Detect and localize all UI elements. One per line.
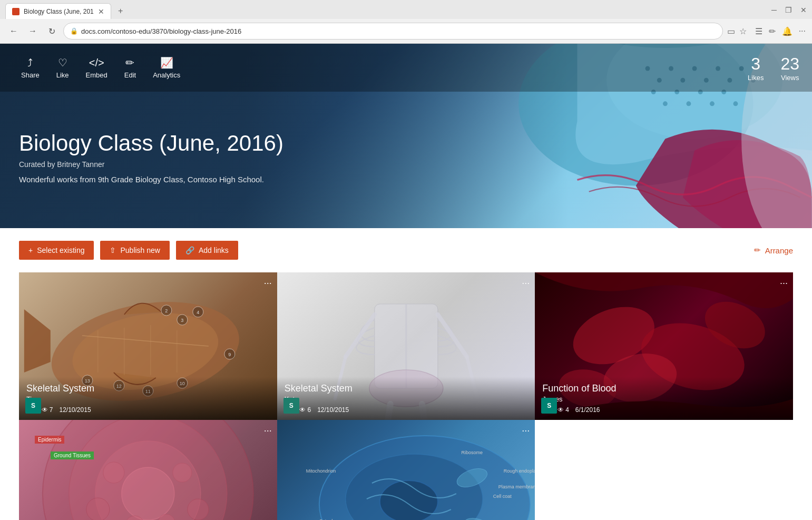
svg-point-64 bbox=[86, 498, 110, 520]
annotate-icon[interactable]: ✏ bbox=[769, 26, 776, 36]
curator-text: Curated by Britney Tanner bbox=[19, 160, 793, 169]
card-title-3: Function of Blood bbox=[542, 383, 786, 394]
card-overlay-1: Skeletal System Tim ♥ 2 👁 7 12/10/2015 bbox=[19, 377, 277, 420]
embed-tool[interactable]: </> Embed bbox=[77, 53, 116, 83]
collection-description: Wonderful works from 9th Grade Biology C… bbox=[19, 175, 793, 184]
new-tab-button[interactable]: + bbox=[113, 4, 128, 18]
card-badge-1: S bbox=[25, 398, 41, 414]
svg-point-65 bbox=[188, 499, 209, 520]
svg-text:Plasma membran: Plasma membran bbox=[498, 484, 535, 489]
content-grid: 2 3 4 9 10 11 12 13 ··· Skeletal System … bbox=[0, 272, 812, 520]
card-title-2: Skeletal System bbox=[285, 383, 528, 394]
hero-toolbar: ⤴ Share ♡ Like </> Embed ✏ Edit 📈 Analyt… bbox=[0, 44, 812, 92]
address-bar[interactable]: 🔒 docs.com/contoso-edu/3870/biology-clas… bbox=[63, 23, 723, 40]
window-controls: ─ ❐ ✕ bbox=[771, 6, 807, 16]
title-bar: Biology Class (June, 201 ✕ + ─ ❐ ✕ bbox=[0, 0, 812, 19]
card-author-3: James bbox=[542, 395, 786, 403]
edit-icon: ✏ bbox=[125, 56, 134, 69]
card-skeletal-system-tim[interactable]: 2 3 4 9 10 11 12 13 ··· Skeletal System … bbox=[19, 272, 277, 420]
share-icon[interactable]: 🔔 bbox=[782, 26, 793, 36]
back-button[interactable]: ← bbox=[6, 24, 21, 38]
edit-tool[interactable]: ✏ Edit bbox=[116, 52, 144, 83]
card-function-of-blood[interactable]: ··· Function of Blood James ♥ 2 👁 4 6/1/… bbox=[535, 272, 793, 420]
card-menu-5[interactable]: ··· bbox=[522, 425, 530, 436]
like-label: Like bbox=[56, 71, 69, 79]
edit-label: Edit bbox=[124, 71, 136, 79]
browser-chrome: Biology Class (June, 201 ✕ + ─ ❐ ✕ ← → ↻… bbox=[0, 0, 812, 44]
views-label: Views bbox=[781, 74, 799, 82]
nav-bar: ← → ↻ 🔒 docs.com/contoso-edu/3870/biolog… bbox=[0, 19, 812, 43]
arrange-button[interactable]: ✏ Arrange bbox=[754, 246, 793, 255]
browser-tab[interactable]: Biology Class (June, 201 ✕ bbox=[5, 3, 111, 19]
card-views-1: 👁 7 bbox=[42, 406, 53, 414]
card-menu-3[interactable]: ··· bbox=[780, 278, 788, 289]
share-tool[interactable]: ⤴ Share bbox=[13, 53, 48, 83]
svg-text:2: 2 bbox=[165, 308, 168, 313]
analytics-icon: 📈 bbox=[160, 56, 173, 69]
card-menu-4[interactable]: ··· bbox=[264, 425, 272, 436]
card-vascular-tissues[interactable]: Epidermis Ground Tissues ··· Vascular Ti… bbox=[19, 420, 277, 520]
lock-icon: 🔒 bbox=[70, 27, 78, 35]
tab-favicon bbox=[12, 8, 19, 15]
hub-icon[interactable]: ☰ bbox=[755, 26, 762, 36]
card-skeletal-system-kate[interactable]: ··· Skeletal System Kate ♥ 2 👁 6 12/10/2… bbox=[277, 272, 535, 420]
card-author-2: Kate bbox=[285, 395, 528, 403]
minimize-button[interactable]: ─ bbox=[771, 6, 777, 14]
svg-text:Cell coat: Cell coat bbox=[493, 494, 512, 499]
hero-banner: ⤴ Share ♡ Like </> Embed ✏ Edit 📈 Analyt… bbox=[0, 44, 812, 228]
action-bar: + Select existing ⇧ Publish new 🔗 Add li… bbox=[0, 228, 812, 272]
svg-line-49 bbox=[437, 315, 466, 357]
analytics-label: Analytics bbox=[153, 71, 180, 79]
publish-new-label: Publish new bbox=[120, 246, 160, 254]
card-menu-2[interactable]: ··· bbox=[522, 278, 530, 289]
svg-point-62 bbox=[103, 462, 124, 483]
embed-label: Embed bbox=[86, 71, 107, 79]
svg-text:Mitochondrion: Mitochondrion bbox=[306, 468, 336, 474]
svg-point-63 bbox=[173, 463, 192, 482]
plus-icon: + bbox=[28, 246, 33, 254]
page-content: ⤴ Share ♡ Like </> Embed ✏ Edit 📈 Analyt… bbox=[0, 44, 812, 520]
views-count: 23 bbox=[780, 54, 799, 74]
maximize-button[interactable]: ❐ bbox=[785, 6, 792, 14]
like-tool[interactable]: ♡ Like bbox=[48, 52, 77, 83]
card-meta-3: ♥ 2 👁 4 6/1/2016 bbox=[542, 406, 786, 414]
svg-line-47 bbox=[345, 315, 374, 357]
share-label: Share bbox=[21, 71, 40, 79]
likes-stat: 3 Likes bbox=[748, 54, 764, 82]
publish-new-button[interactable]: ⇧ Publish new bbox=[100, 241, 170, 260]
card-meta-1: ♥ 2 👁 7 12/10/2015 bbox=[26, 406, 270, 414]
views-stat: 23 Views bbox=[780, 54, 799, 82]
reader-mode-icon[interactable]: ▭ bbox=[727, 26, 735, 36]
forward-button[interactable]: → bbox=[25, 24, 40, 38]
svg-point-61 bbox=[122, 467, 174, 520]
embed-icon: </> bbox=[89, 57, 104, 69]
arrange-icon: ✏ bbox=[754, 246, 761, 255]
card-meta-2: ♥ 2 👁 6 12/10/2015 bbox=[285, 406, 528, 414]
tab-close-button[interactable]: ✕ bbox=[98, 7, 104, 16]
add-links-label: Add links bbox=[199, 246, 229, 254]
collection-title: Biology Class (June, 2016) bbox=[19, 131, 793, 156]
close-button[interactable]: ✕ bbox=[800, 6, 807, 14]
card-views-2: 👁 6 bbox=[299, 406, 311, 414]
more-icon[interactable]: ··· bbox=[799, 26, 806, 36]
card-views-3: 👁 4 bbox=[557, 406, 569, 414]
card-overlay-2: Skeletal System Kate ♥ 2 👁 6 12/10/2015 bbox=[277, 377, 535, 420]
select-existing-button[interactable]: + Select existing bbox=[19, 241, 94, 260]
svg-text:Ribosome: Ribosome bbox=[461, 450, 483, 455]
card-menu-1[interactable]: ··· bbox=[264, 278, 272, 289]
svg-text:4: 4 bbox=[197, 310, 199, 315]
card-date-2: 12/10/2015 bbox=[317, 406, 349, 414]
favorites-icon[interactable]: ☆ bbox=[739, 26, 747, 36]
refresh-button[interactable]: ↻ bbox=[44, 24, 59, 38]
card-title-1: Skeletal System bbox=[26, 383, 270, 394]
hero-content: Biology Class (June, 2016) Curated by Br… bbox=[0, 118, 812, 197]
card-date-1: 12/10/2015 bbox=[60, 406, 91, 414]
hero-stats: 3 Likes 23 Views bbox=[748, 54, 799, 82]
svg-text:Rough endoplasmic re: Rough endoplasmic re bbox=[503, 468, 535, 474]
like-icon: ♡ bbox=[58, 56, 67, 69]
card-cell-and-tissue[interactable]: Ribosome Rough endoplasmic re Plasma mem… bbox=[277, 420, 535, 520]
share-icon: ⤴ bbox=[27, 57, 33, 69]
add-links-button[interactable]: 🔗 Add links bbox=[176, 241, 238, 260]
likes-label: Likes bbox=[748, 74, 764, 82]
analytics-tool[interactable]: 📈 Analytics bbox=[144, 52, 189, 83]
